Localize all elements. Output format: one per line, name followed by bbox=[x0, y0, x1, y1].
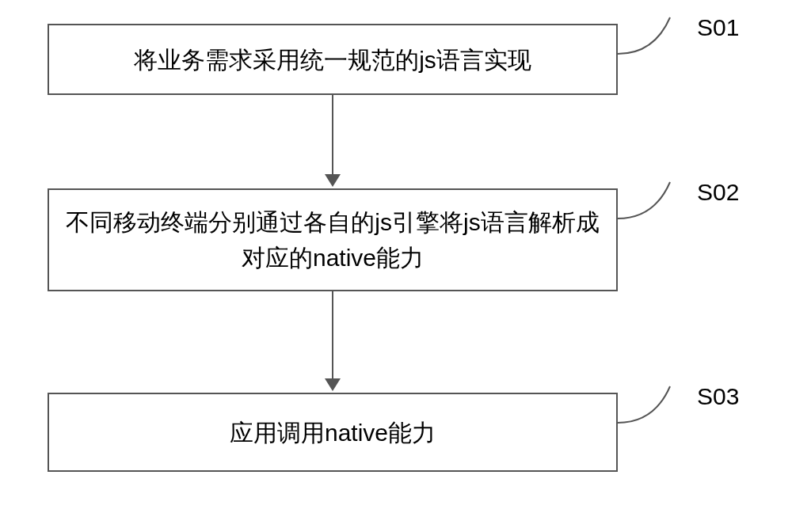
leader-line-s01 bbox=[616, 16, 687, 55]
flowchart-canvas: 将业务需求采用统一规范的js语言实现 S01 不同移动终端分别通过各自的js引擎… bbox=[0, 0, 792, 532]
step-text-s02: 不同移动终端分别通过各自的js引擎将js语言解析成对应的native能力 bbox=[65, 204, 600, 276]
step-label-s02: S02 bbox=[697, 179, 739, 206]
leader-line-s02 bbox=[616, 180, 687, 220]
step-box-s02: 不同移动终端分别通过各自的js引擎将js语言解析成对应的native能力 bbox=[48, 188, 618, 291]
step-box-s03: 应用调用native能力 bbox=[48, 393, 618, 472]
arrow-s02-s03 bbox=[332, 291, 333, 378]
step-label-s01: S01 bbox=[697, 14, 739, 41]
arrow-s01-s02 bbox=[332, 95, 333, 174]
arrow-head-s02-s03 bbox=[325, 378, 341, 391]
step-text-s03: 应用调用native能力 bbox=[230, 415, 436, 450]
step-label-s03: S03 bbox=[697, 383, 739, 410]
step-text-s01: 将业务需求采用统一规范的js语言实现 bbox=[134, 42, 531, 78]
step-box-s01: 将业务需求采用统一规范的js语言实现 bbox=[48, 24, 618, 95]
arrow-head-s01-s02 bbox=[325, 174, 341, 187]
leader-line-s03 bbox=[616, 385, 687, 424]
